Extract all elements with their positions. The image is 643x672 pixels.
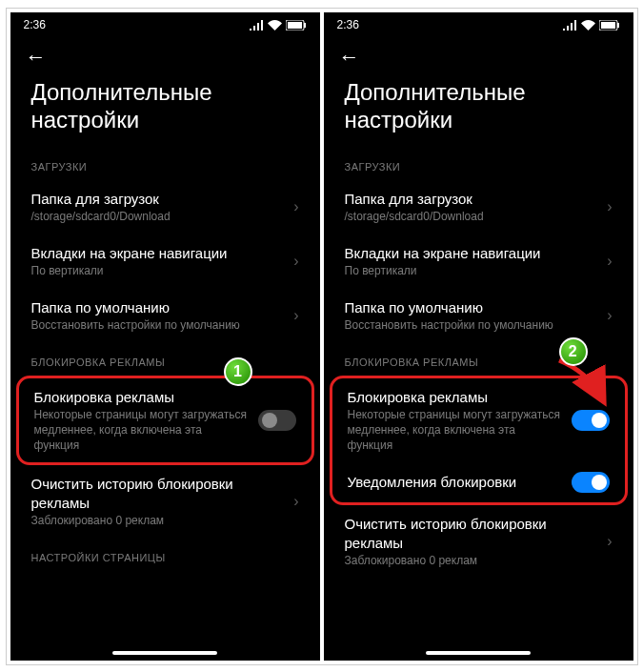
row-sub: По вертикали	[345, 264, 598, 279]
battery-icon	[286, 20, 307, 31]
row-nav-tabs[interactable]: Вкладки на экране навигации По вертикали…	[324, 234, 633, 289]
toggle-adblock[interactable]	[572, 410, 610, 431]
row-sub: Заблокировано 0 реклам	[31, 514, 285, 529]
row-label: Блокировка рекламы	[34, 388, 249, 407]
battery-icon	[599, 20, 620, 31]
row-label: Вкладки на экране навигации	[345, 244, 598, 263]
chevron-right-icon: ›	[293, 253, 298, 270]
row-label: Папка по умолчанию	[31, 298, 285, 317]
svg-rect-5	[617, 23, 619, 28]
row-sub: Заблокировано 0 реклам	[345, 554, 598, 569]
toggle-adblock[interactable]	[258, 410, 296, 431]
row-download-folder[interactable]: Папка для загрузок /storage/sdcard0/Down…	[324, 180, 633, 234]
svg-rect-1	[288, 22, 302, 29]
chevron-right-icon: ›	[293, 198, 298, 215]
chevron-right-icon: ›	[607, 198, 612, 215]
status-icons	[563, 20, 620, 31]
row-download-folder[interactable]: Папка для загрузок /storage/sdcard0/Down…	[10, 180, 320, 234]
row-adblock-notify[interactable]: Уведомления блокировки	[332, 462, 625, 502]
section-adblock: БЛОКИРОВКА РЕКЛАМЫ	[10, 343, 320, 376]
row-nav-tabs[interactable]: Вкладки на экране навигации По вертикали…	[10, 234, 320, 289]
chevron-right-icon: ›	[607, 253, 612, 270]
page-title: Дополнительные настройки	[10, 73, 320, 148]
back-icon[interactable]: ←	[339, 45, 360, 69]
back-row: ←	[324, 37, 633, 73]
phone-screen-right: 2:36 ← Дополнительные настройки ЗАГРУЗКИ…	[324, 12, 633, 661]
row-label: Очистить историю блокировки рекламы	[31, 475, 285, 512]
highlight-step-1: 1 Блокировка рекламы Некоторые страницы …	[16, 376, 314, 465]
svg-rect-4	[601, 22, 615, 29]
section-adblock-text: БЛОКИРОВКА РЕКЛАМЫ	[345, 356, 479, 368]
row-default-folder[interactable]: Папка по умолчанию Восстановить настройк…	[10, 289, 320, 343]
section-downloads: ЗАГРУЗКИ	[324, 148, 633, 180]
back-icon[interactable]: ←	[26, 45, 47, 69]
status-bar: 2:36	[10, 12, 320, 37]
row-clear-history[interactable]: Очистить историю блокировки рекламы Забл…	[10, 465, 320, 539]
row-default-folder[interactable]: Папка по умолчанию Восстановить настройк…	[324, 289, 633, 343]
chevron-right-icon: ›	[607, 533, 612, 550]
row-adblock-toggle[interactable]: Блокировка рекламы Некоторые страницы мо…	[332, 378, 625, 462]
row-label: Вкладки на экране навигации	[31, 244, 285, 263]
row-sub: Некоторые страницы могут загружаться мед…	[348, 408, 562, 453]
row-sub: Восстановить настройки по умолчанию	[345, 318, 598, 334]
row-sub: Восстановить настройки по умолчанию	[31, 318, 285, 334]
section-adblock: БЛОКИРОВКА РЕКЛАМЫ 2	[324, 343, 633, 376]
highlight-step-2: Блокировка рекламы Некоторые страницы мо…	[330, 376, 628, 505]
status-time: 2:36	[337, 18, 359, 31]
row-sub: Некоторые страницы могут загружаться мед…	[34, 408, 249, 453]
row-label: Очистить историю блокировки рекламы	[345, 515, 598, 552]
status-time: 2:36	[24, 18, 46, 31]
section-downloads: ЗАГРУЗКИ	[10, 148, 320, 180]
chevron-right-icon: ›	[293, 307, 298, 324]
page-title: Дополнительные настройки	[324, 73, 633, 148]
phone-screen-left: 2:36 ← Дополнительные настройки ЗАГРУЗКИ…	[10, 12, 320, 661]
wifi-icon	[581, 20, 595, 31]
row-label: Блокировка рекламы	[348, 388, 562, 407]
row-label: Папка для загрузок	[345, 190, 598, 209]
section-page-settings: НАСТРОЙКИ СТРАНИЦЫ	[10, 539, 320, 571]
row-adblock-toggle[interactable]: Блокировка рекламы Некоторые страницы мо…	[19, 378, 311, 462]
toggle-adblock-notify[interactable]	[572, 472, 610, 493]
signal-icon	[563, 20, 577, 31]
status-icons	[250, 20, 307, 31]
row-label: Папка по умолчанию	[345, 298, 598, 317]
svg-rect-2	[304, 23, 306, 28]
signal-icon	[250, 20, 264, 31]
wifi-icon	[268, 20, 282, 31]
row-label: Уведомления блокировки	[348, 473, 562, 492]
back-row: ←	[10, 37, 320, 73]
status-bar: 2:36	[324, 12, 633, 37]
chevron-right-icon: ›	[293, 493, 298, 510]
row-clear-history[interactable]: Очистить историю блокировки рекламы Забл…	[324, 505, 633, 579]
home-indicator[interactable]	[426, 651, 531, 655]
chevron-right-icon: ›	[607, 307, 612, 324]
row-sub: /storage/sdcard0/Download	[31, 210, 285, 225]
row-label: Папка для загрузок	[31, 190, 285, 209]
step-badge-2: 2	[559, 337, 588, 366]
home-indicator[interactable]	[112, 651, 217, 655]
step-badge-1: 1	[224, 357, 252, 386]
row-sub: /storage/sdcard0/Download	[345, 210, 598, 225]
row-sub: По вертикали	[31, 264, 285, 279]
